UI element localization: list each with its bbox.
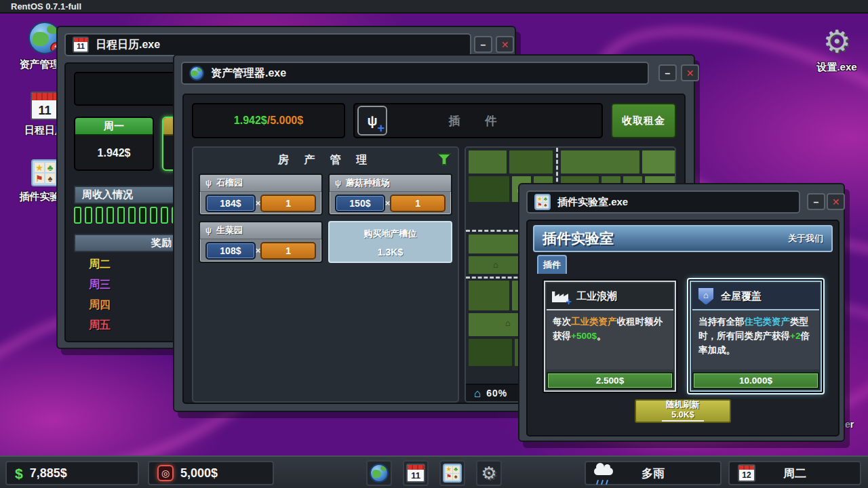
sprout-icon: ψ bbox=[205, 179, 212, 187]
income-segment bbox=[85, 207, 92, 224]
weather-value: 多雨 bbox=[586, 466, 720, 481]
window-title: 插件实验室.exe bbox=[557, 196, 628, 209]
plugin-window-titlebar[interactable]: ★♣ ⚑♠ 插件实验室.exe bbox=[526, 190, 800, 214]
taskbar-app-plugin-lab[interactable]: ★♣ ⚑♠ bbox=[439, 460, 465, 486]
plugin-window-content: 插件实验室 关于我们 插件 + 工业浪潮 每次工业类资产收租时额外获得+500$… bbox=[526, 220, 840, 436]
asset-window-titlebar[interactable]: 资产管理器.exe bbox=[181, 62, 649, 85]
plugin-name: 全屋覆盖 bbox=[721, 290, 762, 303]
taskbar-app-asset-manager[interactable] bbox=[366, 460, 392, 486]
property-count-button[interactable]: 1 bbox=[260, 242, 316, 260]
gear-icon: ⚙ bbox=[823, 26, 850, 57]
sprout-icon: ψ bbox=[205, 226, 212, 235]
os-title-bar: RentOS 0.7.1-full bbox=[0, 0, 868, 14]
window-title: 日程日历.exe bbox=[96, 38, 160, 52]
taskbar-app-settings[interactable]: ⚙ bbox=[476, 460, 502, 486]
money-value: 7,885$ bbox=[30, 466, 67, 481]
money-icon: $ bbox=[15, 466, 23, 481]
plugin-lab-icon: ★♣ ⚑♠ bbox=[443, 464, 462, 483]
minimize-button[interactable]: – bbox=[807, 193, 825, 210]
income-segment bbox=[128, 207, 136, 224]
sprout-icon: ψ bbox=[335, 179, 341, 187]
map-house-icon: ⌂ bbox=[493, 260, 498, 269]
desktop-icon-settings[interactable]: ⚙ 设置.exe bbox=[804, 26, 868, 74]
os-title: RentOS 0.7.1-full bbox=[11, 1, 81, 12]
plugin-slot-word: 插 件 bbox=[355, 113, 601, 129]
day-card-value: 1.942$ bbox=[75, 136, 153, 171]
income-segment bbox=[150, 207, 157, 224]
map-parcel[interactable] bbox=[509, 150, 553, 174]
income-segment bbox=[161, 207, 168, 224]
close-button[interactable]: ✕ bbox=[681, 64, 699, 81]
income-segment bbox=[74, 207, 81, 224]
balance-panel: 1.942$/5.000$ bbox=[192, 103, 345, 138]
collect-rent-button[interactable]: 收取租金 bbox=[611, 103, 676, 138]
plugin-slot-bar: ψ + 插 件 bbox=[353, 103, 603, 138]
plugin-description: 当持有全部住宅类资产类型时，所有同类房产获得+2倍率加成。 bbox=[692, 310, 819, 369]
plugin-card-industrial[interactable]: + 工业浪潮 每次工业类资产收租时额外获得+500$。 2.500$ bbox=[542, 279, 677, 393]
random-refresh-button[interactable]: 随机刷新 5.0K$ bbox=[635, 399, 731, 423]
money-panel: $ 7,885$ bbox=[5, 461, 139, 485]
gear-icon: ⚙ bbox=[481, 464, 496, 482]
plugin-lab-window: ★♣ ⚑♠ 插件实验室.exe – ✕ 插件实验室 关于我们 插件 + 工业浪潮… bbox=[518, 183, 845, 442]
map-house-icon: ⌂ bbox=[505, 319, 511, 327]
map-parcel[interactable] bbox=[469, 339, 512, 366]
desktop-label-fragment: er bbox=[845, 419, 854, 430]
desktop-icon-label: 设置.exe bbox=[816, 61, 856, 74]
minimize-button[interactable]: – bbox=[474, 36, 492, 53]
property-card[interactable]: ψ 生菜园 108$ × 1 bbox=[199, 221, 323, 263]
property-card[interactable]: ψ 石榴园 184$ × 1 bbox=[199, 174, 323, 216]
goal-icon: ◎ bbox=[157, 465, 174, 481]
property-count-button[interactable]: 1 bbox=[390, 195, 446, 212]
calendar-window-titlebar[interactable]: 11 日程日历.exe bbox=[64, 33, 471, 56]
map-parcel[interactable] bbox=[642, 150, 676, 174]
globe-icon bbox=[189, 66, 204, 81]
day-card-header: 周一 bbox=[75, 118, 153, 136]
calendar-icon: 11 bbox=[406, 464, 425, 483]
taskbar: $ 7,885$ ◎ 5,000$ 11 ★♣ ⚑♠ ⚙ 多雨 12 周二 bbox=[0, 455, 868, 488]
minimize-button[interactable]: – bbox=[658, 64, 677, 81]
property-panel: 房 产 管 理 ψ 石榴园 184$ × 1 ψ bbox=[192, 146, 459, 403]
close-button[interactable]: ✕ bbox=[827, 193, 845, 210]
map-parcel[interactable] bbox=[469, 176, 509, 202]
taskbar-app-calendar[interactable]: 11 bbox=[403, 460, 429, 486]
property-panel-header: 房 产 管 理 bbox=[193, 148, 458, 172]
multiply-sign: × bbox=[256, 198, 261, 208]
tab-plugins[interactable]: 插件 bbox=[537, 255, 567, 274]
multiply-sign: × bbox=[256, 245, 261, 256]
house-icon: ⌂ bbox=[474, 388, 481, 399]
property-count-button[interactable]: 1 bbox=[260, 195, 316, 212]
map-parcel[interactable] bbox=[561, 150, 639, 174]
plus-icon: + bbox=[566, 296, 572, 307]
map-parcel[interactable] bbox=[469, 150, 507, 174]
day-card-monday[interactable]: 周一 1.942$ bbox=[74, 117, 154, 171]
window-title: 资产管理器.exe bbox=[211, 66, 286, 81]
multiply-sign: × bbox=[385, 198, 391, 208]
property-rent-button[interactable]: 184$ bbox=[205, 195, 256, 212]
income-segment bbox=[106, 207, 114, 224]
map-parcel[interactable] bbox=[469, 281, 509, 310]
globe-icon bbox=[370, 464, 389, 483]
property-rent-button[interactable]: 150$ bbox=[335, 195, 385, 212]
property-card[interactable]: ψ 蘑菇种植场 150$ × 1 bbox=[328, 174, 452, 216]
buy-property-slot-button[interactable]: 购买地产槽位 1.3K$ bbox=[328, 221, 452, 263]
plugin-price-button[interactable]: 2.500$ bbox=[547, 372, 673, 389]
occupancy-value: 60% bbox=[486, 388, 507, 399]
plugin-lab-icon: ★♣ ⚑♠ bbox=[534, 194, 551, 210]
balance-target: /5.000$ bbox=[267, 115, 303, 127]
plugin-price-button[interactable]: 10.000$ bbox=[692, 372, 819, 389]
calendar-icon: 11 bbox=[73, 37, 89, 53]
property-name: 蘑菇种植场 bbox=[346, 177, 390, 189]
close-button[interactable]: ✕ bbox=[496, 36, 514, 53]
plugin-card-residential[interactable]: ⌂ 全屋覆盖 当持有全部住宅类资产类型时，所有同类房产获得+2倍率加成。 10.… bbox=[688, 279, 823, 393]
goal-panel: ◎ 5,000$ bbox=[148, 461, 274, 485]
property-name: 生菜园 bbox=[216, 224, 243, 237]
plugin-lab-header: 插件实验室 关于我们 bbox=[533, 225, 833, 252]
factory-icon: + bbox=[552, 289, 570, 304]
income-segment bbox=[139, 207, 146, 224]
plugin-name: 工业浪潮 bbox=[576, 290, 617, 303]
property-rent-button[interactable]: 108$ bbox=[205, 242, 256, 260]
income-segment bbox=[96, 207, 103, 224]
filter-icon[interactable] bbox=[437, 153, 451, 165]
property-name: 石榴园 bbox=[216, 177, 243, 189]
about-us-link[interactable]: 关于我们 bbox=[788, 232, 823, 245]
